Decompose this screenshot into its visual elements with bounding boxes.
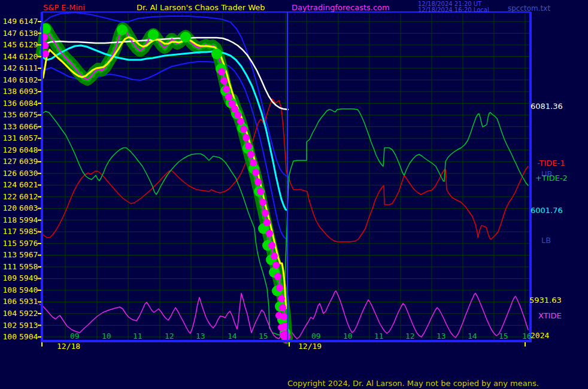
- marker-signal-dots-magenta: [268, 242, 275, 249]
- marker-signal-dots-magenta: [237, 118, 244, 125]
- marker-signal-dots-magenta: [250, 159, 257, 166]
- marker-signal-dots-magenta: [263, 219, 271, 226]
- marker-signal-dots-magenta: [240, 126, 247, 133]
- marker-signal-dots-magenta: [234, 111, 241, 118]
- marker-signal-dots-magenta: [274, 273, 281, 280]
- marker-signal-dots-magenta: [279, 304, 286, 311]
- site-link[interactable]: Daytradingforecasts.com: [292, 4, 390, 12]
- copyright-notice: Copyright 2024, Dr. Al Larson. May not b…: [287, 379, 539, 387]
- marker-fractal-dots-green: [180, 32, 191, 42]
- marker-signal-dots-magenta: [252, 169, 259, 176]
- marker-signal-dots-magenta: [257, 188, 264, 195]
- marker-signal-dots-magenta: [266, 230, 273, 237]
- marker-signal-dots-magenta: [278, 295, 285, 302]
- chaos-trader-chart-screen: 1496147147613814561291446120142611114061…: [0, 0, 588, 389]
- data-file-link[interactable]: spcctom.txt: [508, 4, 550, 13]
- marker-signal-dots-magenta: [276, 284, 283, 291]
- marker-signal-dots-magenta: [218, 68, 225, 75]
- marker-signal-dots-magenta: [254, 178, 262, 186]
- marker-signal-dots-magenta: [223, 86, 230, 93]
- marker-signal-dots-magenta: [245, 142, 252, 150]
- marker-signal-dots-magenta: [220, 77, 228, 84]
- timestamp-local: 12/18/2024 16:20 Local: [418, 7, 489, 13]
- marker-fractal-dots-green: [117, 25, 128, 35]
- marker-fractal-dots-green: [148, 29, 159, 40]
- marker-signal-dots-magenta: [271, 253, 278, 260]
- marker-signal-dots-magenta: [259, 199, 266, 206]
- symbol-label: S&P E-Mini: [43, 4, 85, 12]
- marker-signal-dots-magenta: [275, 312, 283, 319]
- marker-signal-dots-magenta: [243, 134, 250, 141]
- marker-signal-dots-magenta: [262, 209, 269, 217]
- page-title: Dr. Al Larson's Chaos Trader Web: [137, 4, 265, 12]
- price-chart-canvas: [0, 0, 588, 389]
- marker-signal-dots-magenta: [278, 324, 285, 331]
- marker-signal-dots-magenta: [225, 93, 232, 101]
- marker-signal-dots-magenta: [272, 262, 280, 269]
- marker-signal-dots-magenta: [247, 151, 254, 158]
- marker-fractal-dots-green: [211, 48, 222, 59]
